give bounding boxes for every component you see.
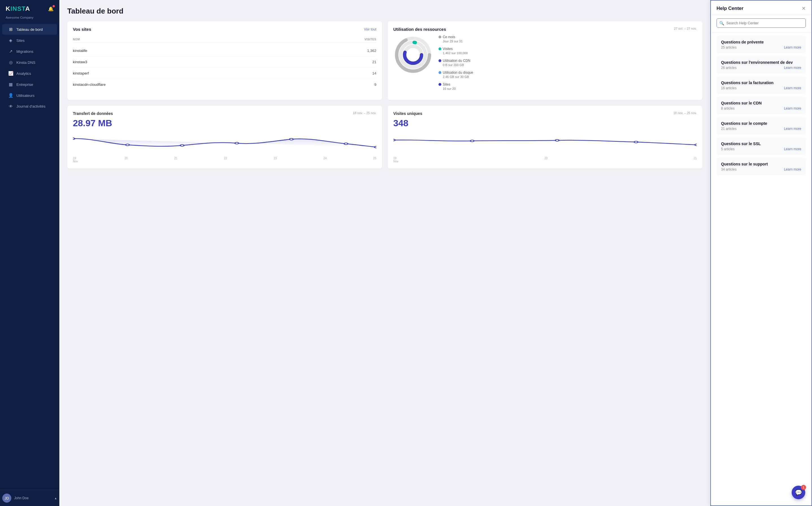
user-profile[interactable]: JD John Doe ▲ — [0, 490, 59, 506]
sidebar-item-utilisateurs[interactable]: 👤 Utilisateurs — [2, 90, 57, 101]
legend-item: Sites 16 sur 20 — [439, 82, 697, 90]
site-name: kinstacdn-cloudflare — [73, 82, 106, 87]
sidebar-item-entreprise[interactable]: ▦ Entreprise — [2, 79, 57, 90]
notifications-bell[interactable]: 🔔 — [48, 6, 54, 12]
learn-more-link[interactable]: Learn more — [784, 106, 801, 110]
svg-point-8 — [180, 145, 184, 146]
category-meta: 34 articles Learn more — [721, 167, 801, 171]
transfer-value: 28.97 MB — [73, 118, 376, 129]
legend-label-text: Sites — [443, 82, 450, 86]
bottom-grid: Transfert de données 18 nov. – 25 nov. 2… — [67, 106, 703, 169]
learn-more-link[interactable]: Learn more — [784, 127, 801, 131]
main-content: Tableau de bord Vos sites Voir tout NOM … — [59, 0, 710, 506]
sidebar: KINSTA 🔔 Awesome Company ⊞ Tableau de bo… — [0, 0, 59, 506]
svg-point-13 — [393, 139, 395, 141]
logo: KINSTA — [6, 5, 30, 12]
site-visits: 14 — [372, 71, 376, 75]
sites-card: Vos sites Voir tout NOM VISITES kinstali… — [67, 21, 382, 100]
see-all-link[interactable]: Voir tout — [364, 27, 376, 31]
list-item[interactable]: Questions sur le SSL 5 articles Learn mo… — [717, 138, 806, 155]
learn-more-link[interactable]: Learn more — [784, 147, 801, 151]
category-meta: 21 articles Learn more — [721, 127, 801, 131]
svg-point-17 — [695, 144, 697, 146]
transfer-chart — [73, 133, 376, 156]
list-item[interactable]: Questions sur la facturation 16 articles… — [717, 77, 806, 94]
list-item[interactable]: Questions sur le support 34 articles Lea… — [717, 158, 806, 175]
avatar: JD — [2, 494, 11, 503]
sidebar-item-kinsta-dns[interactable]: ◎ Kinsta DNS — [2, 57, 57, 68]
top-grid: Vos sites Voir tout NOM VISITES kinstali… — [67, 21, 703, 100]
svg-point-11 — [344, 143, 348, 145]
category-name: Questions sur le CDN — [721, 101, 801, 105]
visits-value: 348 — [393, 118, 697, 129]
category-meta: 16 articles Learn more — [721, 86, 801, 90]
legend-value: 16 sur 20 — [443, 87, 697, 90]
nav-menu: ⊞ Tableau de bord ◈ Sites ↗ Migrations ◎… — [0, 24, 59, 112]
sites-icon: ◈ — [8, 38, 14, 43]
help-center-panel: Help Center ✕ 🔍 Questions de prévente 25… — [710, 0, 812, 506]
close-button[interactable]: ✕ — [802, 6, 806, 11]
resources-content: Ce mois Jour 29 sur 31 Visites 1,462 sur… — [393, 35, 697, 94]
legend-value: 2.46 GB sur 30 GB — [443, 75, 697, 79]
category-name: Questions sur la facturation — [721, 80, 801, 85]
chat-button[interactable]: 💬 1 — [792, 486, 805, 499]
transfer-card: Transfert de données 18 nov. – 25 nov. 2… — [67, 106, 382, 169]
list-item[interactable]: Questions de prévente 25 articles Learn … — [717, 36, 806, 53]
sidebar-item-label: Entreprise — [16, 82, 33, 87]
category-count: 8 articles — [721, 106, 735, 110]
transfer-x-label-6: 24 — [323, 157, 326, 163]
list-item[interactable]: Questions sur le compte 21 articles Lear… — [717, 117, 806, 135]
site-visits: 21 — [372, 60, 376, 64]
search-input[interactable] — [717, 18, 806, 28]
visits-x-label-2: 20 — [544, 157, 547, 163]
sidebar-item-tableau-de-bord[interactable]: ⊞ Tableau de bord — [2, 24, 57, 35]
kinsta-dns-icon: ◎ — [8, 60, 14, 65]
learn-more-link[interactable]: Learn more — [784, 86, 801, 90]
visits-title: Visites uniques — [393, 111, 422, 116]
transfer-date: 18 nov. – 25 nov. — [353, 111, 376, 115]
help-title: Help Center — [717, 6, 743, 11]
category-name: Questions sur le support — [721, 162, 801, 166]
sites-card-header: Vos sites Voir tout — [73, 27, 376, 31]
sites-card-title: Vos sites — [73, 27, 91, 31]
sidebar-item-analytics[interactable]: 📈 Analytics — [2, 68, 57, 79]
transfer-x-label-4: 22 — [224, 157, 227, 163]
bell-badge — [53, 5, 55, 7]
category-meta: 26 articles Learn more — [721, 66, 801, 70]
category-name: Questions de prévente — [721, 40, 801, 44]
user-name: John Doe — [14, 496, 28, 500]
resources-title: Utilisation des ressources — [393, 27, 446, 31]
table-row: kinstalife 1,362 — [73, 45, 376, 57]
sites-list: kinstalife 1,362 kinstaw3 21 kinstaperf … — [73, 45, 376, 90]
learn-more-link[interactable]: Learn more — [784, 46, 801, 50]
category-meta: 5 articles Learn more — [721, 147, 801, 151]
legend-item: Utilisation du CDN 0 B sur 200 GB — [439, 59, 697, 67]
transfer-x-label-1: 19Nov — [73, 157, 78, 163]
list-item[interactable]: Questions sur l'environnement de dev 26 … — [717, 56, 806, 74]
sidebar-item-label: Kinsta DNS — [16, 61, 35, 65]
transfer-title: Transfert de données — [73, 111, 113, 116]
category-name: Questions sur le compte — [721, 121, 801, 125]
sidebar-logo-area: KINSTA 🔔 — [0, 0, 59, 15]
legend-value: 0 B sur 200 GB — [443, 63, 697, 67]
sidebar-item-journal[interactable]: 👁 Journal d'activités — [2, 101, 57, 111]
sidebar-item-label: Journal d'activités — [16, 104, 46, 108]
svg-point-15 — [556, 140, 559, 141]
learn-more-link[interactable]: Learn more — [784, 167, 801, 171]
sidebar-item-sites[interactable]: ◈ Sites — [2, 35, 57, 46]
learn-more-link[interactable]: Learn more — [784, 66, 801, 70]
site-name: kinstaperf — [73, 71, 89, 75]
visits-chart — [393, 133, 697, 156]
category-name: Questions sur l'environnement de dev — [721, 60, 801, 65]
utilisateurs-icon: 👤 — [8, 93, 14, 98]
chat-icon: 💬 — [795, 489, 802, 496]
sidebar-item-label: Analytics — [16, 71, 31, 76]
sidebar-item-migrations[interactable]: ↗ Migrations — [2, 46, 57, 57]
table-row: kinstaw3 21 — [73, 57, 376, 68]
category-count: 26 articles — [721, 66, 737, 70]
chat-badge: 1 — [801, 485, 806, 490]
category-count: 5 articles — [721, 147, 735, 151]
legend-label-text: Visites — [443, 47, 453, 51]
transfer-x-label-3: 21 — [174, 157, 177, 163]
list-item[interactable]: Questions sur le CDN 8 articles Learn mo… — [717, 97, 806, 114]
